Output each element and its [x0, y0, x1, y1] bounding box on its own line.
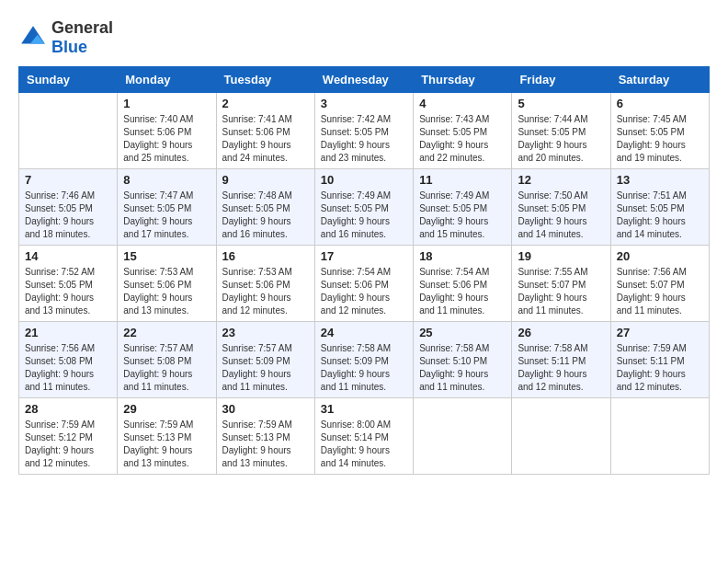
day-number: 28 [25, 402, 111, 416]
day-info: Sunrise: 7:43 AM Sunset: 5:05 PM Dayligh… [419, 113, 506, 165]
day-cell: 29Sunrise: 7:59 AM Sunset: 5:13 PM Dayli… [118, 398, 216, 475]
day-cell: 4Sunrise: 7:43 AM Sunset: 5:05 PM Daylig… [414, 93, 512, 169]
week-row-4: 21Sunrise: 7:56 AM Sunset: 5:08 PM Dayli… [19, 322, 710, 398]
day-cell: 7Sunrise: 7:46 AM Sunset: 5:05 PM Daylig… [19, 169, 118, 246]
day-number: 30 [222, 402, 309, 416]
logo-text: General Blue [51, 18, 113, 57]
day-cell: 23Sunrise: 7:57 AM Sunset: 5:09 PM Dayli… [216, 322, 314, 398]
day-info: Sunrise: 8:00 AM Sunset: 5:14 PM Dayligh… [321, 419, 407, 470]
day-cell: 9Sunrise: 7:48 AM Sunset: 5:05 PM Daylig… [216, 169, 314, 246]
day-number: 23 [222, 326, 309, 339]
day-number: 24 [321, 326, 407, 339]
day-cell [414, 398, 512, 475]
day-number: 29 [123, 402, 210, 416]
day-number: 3 [321, 97, 407, 110]
day-number: 16 [222, 249, 309, 263]
day-info: Sunrise: 7:48 AM Sunset: 5:05 PM Dayligh… [222, 190, 309, 241]
day-number: 5 [518, 97, 604, 110]
header-cell-wednesday: Wednesday [314, 67, 413, 93]
page-header: General Blue [18, 18, 710, 57]
day-cell: 16Sunrise: 7:53 AM Sunset: 5:06 PM Dayli… [216, 246, 314, 322]
day-number: 9 [222, 173, 309, 187]
day-cell: 30Sunrise: 7:59 AM Sunset: 5:13 PM Dayli… [216, 398, 314, 475]
day-info: Sunrise: 7:57 AM Sunset: 5:08 PM Dayligh… [123, 342, 210, 394]
header-row: SundayMondayTuesdayWednesdayThursdayFrid… [19, 67, 710, 93]
day-cell: 14Sunrise: 7:52 AM Sunset: 5:05 PM Dayli… [19, 246, 118, 322]
day-cell: 22Sunrise: 7:57 AM Sunset: 5:08 PM Dayli… [118, 322, 216, 398]
day-number: 12 [518, 173, 604, 187]
day-info: Sunrise: 7:49 AM Sunset: 5:05 PM Dayligh… [321, 190, 407, 241]
day-info: Sunrise: 7:44 AM Sunset: 5:05 PM Dayligh… [518, 113, 604, 165]
week-row-1: 1Sunrise: 7:40 AM Sunset: 5:06 PM Daylig… [19, 93, 710, 169]
day-number: 21 [25, 326, 111, 339]
day-info: Sunrise: 7:59 AM Sunset: 5:13 PM Dayligh… [222, 419, 309, 470]
day-cell: 6Sunrise: 7:45 AM Sunset: 5:05 PM Daylig… [610, 93, 709, 169]
day-info: Sunrise: 7:57 AM Sunset: 5:09 PM Dayligh… [222, 342, 309, 394]
day-info: Sunrise: 7:50 AM Sunset: 5:05 PM Dayligh… [518, 190, 604, 241]
day-info: Sunrise: 7:47 AM Sunset: 5:05 PM Dayligh… [123, 190, 210, 241]
day-cell: 24Sunrise: 7:58 AM Sunset: 5:09 PM Dayli… [314, 322, 413, 398]
day-cell: 21Sunrise: 7:56 AM Sunset: 5:08 PM Dayli… [19, 322, 118, 398]
day-cell: 1Sunrise: 7:40 AM Sunset: 5:06 PM Daylig… [118, 93, 216, 169]
day-info: Sunrise: 7:58 AM Sunset: 5:11 PM Dayligh… [518, 342, 604, 394]
day-cell: 12Sunrise: 7:50 AM Sunset: 5:05 PM Dayli… [512, 169, 610, 246]
day-cell [512, 398, 610, 475]
day-cell: 3Sunrise: 7:42 AM Sunset: 5:05 PM Daylig… [314, 93, 413, 169]
day-number: 15 [123, 249, 210, 263]
day-info: Sunrise: 7:56 AM Sunset: 5:07 PM Dayligh… [617, 266, 703, 317]
day-number: 31 [321, 402, 407, 416]
day-cell: 20Sunrise: 7:56 AM Sunset: 5:07 PM Dayli… [610, 246, 709, 322]
day-cell: 17Sunrise: 7:54 AM Sunset: 5:06 PM Dayli… [314, 246, 413, 322]
day-info: Sunrise: 7:59 AM Sunset: 5:11 PM Dayligh… [617, 342, 703, 394]
day-number: 13 [617, 173, 703, 187]
day-cell: 15Sunrise: 7:53 AM Sunset: 5:06 PM Dayli… [118, 246, 216, 322]
header-cell-thursday: Thursday [414, 67, 512, 93]
day-number: 4 [419, 97, 506, 110]
day-info: Sunrise: 7:49 AM Sunset: 5:05 PM Dayligh… [419, 190, 506, 241]
day-info: Sunrise: 7:40 AM Sunset: 5:06 PM Dayligh… [123, 113, 210, 165]
day-number: 20 [617, 249, 703, 263]
day-info: Sunrise: 7:55 AM Sunset: 5:07 PM Dayligh… [518, 266, 604, 317]
day-cell: 31Sunrise: 8:00 AM Sunset: 5:14 PM Dayli… [314, 398, 413, 475]
day-info: Sunrise: 7:53 AM Sunset: 5:06 PM Dayligh… [222, 266, 309, 317]
day-number: 11 [419, 173, 506, 187]
logo: General Blue [18, 18, 113, 57]
day-info: Sunrise: 7:54 AM Sunset: 5:06 PM Dayligh… [321, 266, 407, 317]
day-number: 2 [222, 97, 309, 110]
day-info: Sunrise: 7:58 AM Sunset: 5:10 PM Dayligh… [419, 342, 506, 394]
day-info: Sunrise: 7:56 AM Sunset: 5:08 PM Dayligh… [25, 342, 111, 394]
day-number: 27 [617, 326, 703, 339]
day-cell: 26Sunrise: 7:58 AM Sunset: 5:11 PM Dayli… [512, 322, 610, 398]
day-info: Sunrise: 7:59 AM Sunset: 5:12 PM Dayligh… [25, 419, 111, 470]
day-info: Sunrise: 7:59 AM Sunset: 5:13 PM Dayligh… [123, 419, 210, 470]
day-info: Sunrise: 7:41 AM Sunset: 5:06 PM Dayligh… [222, 113, 309, 165]
day-number: 25 [419, 326, 506, 339]
day-info: Sunrise: 7:54 AM Sunset: 5:06 PM Dayligh… [419, 266, 506, 317]
day-info: Sunrise: 7:58 AM Sunset: 5:09 PM Dayligh… [321, 342, 407, 394]
day-cell: 2Sunrise: 7:41 AM Sunset: 5:06 PM Daylig… [216, 93, 314, 169]
day-number: 7 [25, 173, 111, 187]
header-cell-monday: Monday [118, 67, 216, 93]
day-info: Sunrise: 7:52 AM Sunset: 5:05 PM Dayligh… [25, 266, 111, 317]
day-cell: 25Sunrise: 7:58 AM Sunset: 5:10 PM Dayli… [414, 322, 512, 398]
week-row-3: 14Sunrise: 7:52 AM Sunset: 5:05 PM Dayli… [19, 246, 710, 322]
day-info: Sunrise: 7:51 AM Sunset: 5:05 PM Dayligh… [617, 190, 703, 241]
day-cell: 28Sunrise: 7:59 AM Sunset: 5:12 PM Dayli… [19, 398, 118, 475]
day-cell [19, 93, 118, 169]
day-number: 6 [617, 97, 703, 110]
day-cell [610, 398, 709, 475]
day-number: 17 [321, 249, 407, 263]
day-cell: 5Sunrise: 7:44 AM Sunset: 5:05 PM Daylig… [512, 93, 610, 169]
day-number: 18 [419, 249, 506, 263]
calendar-table: SundayMondayTuesdayWednesdayThursdayFrid… [18, 66, 710, 475]
day-info: Sunrise: 7:45 AM Sunset: 5:05 PM Dayligh… [617, 113, 703, 165]
day-number: 8 [123, 173, 210, 187]
logo-icon [18, 23, 48, 52]
day-info: Sunrise: 7:46 AM Sunset: 5:05 PM Dayligh… [25, 190, 111, 241]
day-number: 22 [123, 326, 210, 339]
day-cell: 10Sunrise: 7:49 AM Sunset: 5:05 PM Dayli… [314, 169, 413, 246]
header-cell-tuesday: Tuesday [216, 67, 314, 93]
day-cell: 13Sunrise: 7:51 AM Sunset: 5:05 PM Dayli… [610, 169, 709, 246]
day-info: Sunrise: 7:42 AM Sunset: 5:05 PM Dayligh… [321, 113, 407, 165]
day-cell: 19Sunrise: 7:55 AM Sunset: 5:07 PM Dayli… [512, 246, 610, 322]
